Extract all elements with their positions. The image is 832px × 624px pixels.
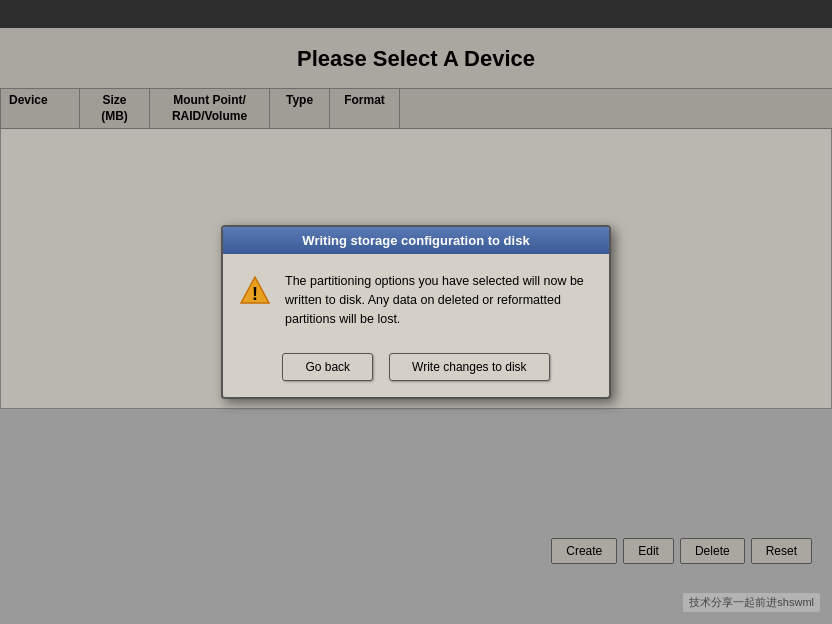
modal-overlay: Writing storage configuration to disk ! … — [0, 0, 832, 624]
dialog-message: The partitioning options you have select… — [285, 272, 593, 328]
dialog: Writing storage configuration to disk ! … — [221, 225, 611, 398]
dialog-title: Writing storage configuration to disk — [302, 233, 529, 248]
dialog-buttons: Go back Write changes to disk — [223, 343, 609, 397]
svg-text:!: ! — [252, 284, 258, 304]
dialog-body: ! The partitioning options you have sele… — [223, 254, 609, 342]
warning-icon: ! — [239, 274, 271, 306]
go-back-button[interactable]: Go back — [282, 353, 373, 381]
dialog-titlebar: Writing storage configuration to disk — [223, 227, 609, 254]
write-changes-button[interactable]: Write changes to disk — [389, 353, 550, 381]
